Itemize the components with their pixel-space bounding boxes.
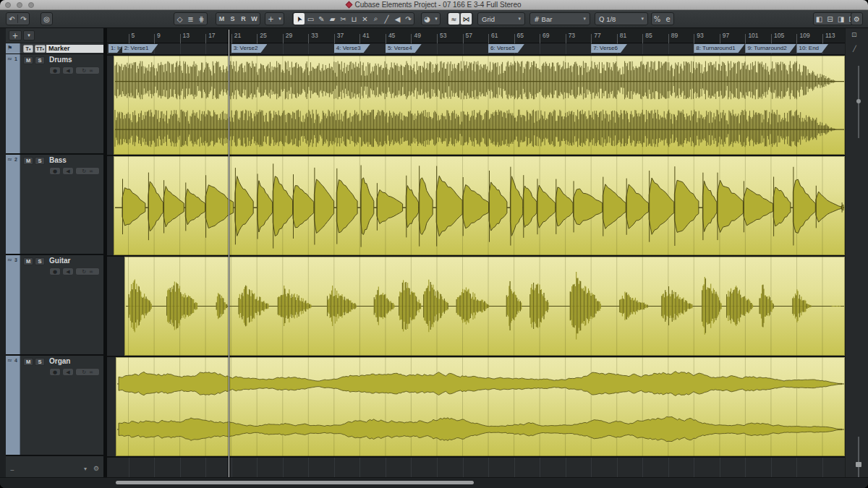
- iterative-quantize-icon[interactable]: e: [663, 13, 673, 25]
- marker-flag[interactable]: 2: Verse1: [122, 44, 158, 53]
- channel-buttons[interactable]: ↻∞: [75, 267, 100, 275]
- minimize-window-button[interactable]: [17, 2, 22, 8]
- marker-flag[interactable]: 1: Intro: [109, 44, 124, 53]
- draw-tool[interactable]: ✎: [316, 13, 327, 25]
- select-tool[interactable]: ➤: [294, 13, 305, 25]
- split-tool[interactable]: ✂: [338, 13, 349, 25]
- erase-tool[interactable]: ▰: [327, 13, 338, 25]
- track-row-guitar[interactable]: ≈ 3 M S Guitar ● ◀ ↻∞: [6, 255, 103, 356]
- channel-buttons[interactable]: ↻∞: [75, 67, 100, 74]
- mute-button[interactable]: M: [23, 157, 33, 165]
- mute-button[interactable]: M: [23, 257, 33, 265]
- close-window-button[interactable]: [5, 2, 11, 8]
- draw-marker-icon[interactable]: ╱: [853, 46, 856, 52]
- track-name[interactable]: Drums: [49, 56, 72, 64]
- mute-tool[interactable]: ✕: [359, 13, 370, 25]
- track-row-bass[interactable]: ≈ 2 M S Bass ● ◀ ↻∞: [6, 155, 103, 255]
- track-row-drums[interactable]: ≈ 1 M S Drums ● ◀ ↻∞: [6, 54, 103, 155]
- mute-button[interactable]: M: [23, 358, 33, 366]
- add-track-button[interactable]: +: [9, 30, 22, 40]
- color-tool-dropdown[interactable]: ▾: [433, 13, 440, 25]
- write-automation-button[interactable]: W: [249, 13, 260, 25]
- timeline-ruler[interactable]: 5913172125293337414549535761656973778185…: [107, 28, 845, 43]
- track-row-organ[interactable]: ≈ 4 M S Organ ● ◀ ↻∞: [6, 356, 103, 456]
- marker-flag[interactable]: 7: Verse6: [591, 44, 627, 53]
- monitor-button[interactable]: ◀: [62, 167, 74, 175]
- monitor-button[interactable]: ◀: [62, 267, 74, 275]
- audio-event-organ[interactable]: [116, 357, 845, 456]
- monitor-button[interactable]: ◀: [62, 67, 74, 74]
- zoom-tool[interactable]: ⌕: [370, 13, 381, 25]
- track-type-strip[interactable]: ≈ 4: [6, 356, 20, 455]
- record-enable-button[interactable]: ●: [49, 167, 61, 175]
- zoom-window-button[interactable]: [28, 2, 34, 8]
- glue-tool[interactable]: ⊔: [349, 13, 359, 25]
- scrub-tool[interactable]: ↷: [403, 13, 414, 25]
- track-name[interactable]: Organ: [49, 357, 70, 365]
- grid-type-dropdown[interactable]: # Bar▾: [530, 13, 590, 25]
- marker-flag[interactable]: 8: Turnaround1: [694, 44, 744, 53]
- marker-flag[interactable]: 4: Verse3: [334, 44, 370, 53]
- add-marker-button[interactable]: T▾: [23, 45, 33, 53]
- solo-button[interactable]: S: [35, 257, 45, 265]
- autoscroll-icon[interactable]: +: [265, 13, 276, 25]
- lane-guitar[interactable]: [107, 257, 845, 357]
- event-display[interactable]: 5913172125293337414549535761656973778185…: [107, 28, 845, 477]
- right-zone-toggle-icon[interactable]: ◨: [835, 13, 846, 25]
- record-enable-button[interactable]: ●: [49, 267, 61, 275]
- vertical-scrollbar-thumb[interactable]: [856, 99, 861, 103]
- snap-mode-dropdown[interactable]: Grid▾: [478, 13, 524, 25]
- left-zone-toggle-icon[interactable]: ◧: [814, 13, 825, 25]
- channel-buttons[interactable]: ↻∞: [75, 368, 100, 376]
- record-enable-button[interactable]: ●: [49, 67, 61, 74]
- swing-icon[interactable]: %: [652, 13, 663, 25]
- mute-button[interactable]: M: [23, 56, 33, 64]
- solo-button[interactable]: S: [35, 358, 45, 366]
- audio-event-bass[interactable]: [114, 156, 845, 255]
- solo-all-button[interactable]: S: [227, 13, 238, 25]
- lane-bass[interactable]: [107, 156, 845, 257]
- solo-button[interactable]: S: [35, 56, 45, 64]
- project-cursor[interactable]: [229, 30, 229, 477]
- audio-event-guitar[interactable]: [124, 257, 845, 356]
- horizontal-scrollbar-thumb[interactable]: [116, 481, 474, 484]
- track-presets-dropdown[interactable]: ▾: [23, 30, 35, 40]
- add-cycle-marker-button[interactable]: TT▾: [35, 45, 46, 53]
- lane-drums[interactable]: [107, 56, 845, 156]
- track-list-dropdown[interactable]: ▾: [84, 466, 87, 472]
- vertical-zoom-handle[interactable]: [856, 462, 861, 467]
- track-name[interactable]: Bass: [49, 156, 67, 164]
- marker-track-name[interactable]: Marker: [46, 45, 109, 53]
- marker-flag[interactable]: 9: Turnaround2: [745, 44, 796, 53]
- track-type-strip[interactable]: ≈ 1: [6, 54, 20, 153]
- track-type-strip[interactable]: ≈ 3: [6, 255, 20, 354]
- snap-icon[interactable]: ⋈: [461, 13, 472, 25]
- lane-organ[interactable]: [107, 357, 845, 458]
- marker-lane[interactable]: 1: Intro2: Verse13: Verse24: Verse35: Ve…: [107, 43, 845, 56]
- activate-project-icon[interactable]: ◇: [174, 13, 185, 25]
- toolbar-settings-gear-icon[interactable]: ⚙: [851, 13, 862, 25]
- marker-flag[interactable]: 10: End: [796, 44, 828, 53]
- marker-flag[interactable]: 6: Verse5: [488, 44, 524, 53]
- mute-all-button[interactable]: M: [216, 13, 227, 25]
- track-type-strip[interactable]: ≈ 2: [6, 155, 20, 254]
- hub-icon[interactable]: ◎: [41, 13, 52, 25]
- quantize-dropdown[interactable]: Q 1/8▾: [595, 13, 647, 25]
- monitor-button[interactable]: ◀: [62, 368, 74, 376]
- undo-icon[interactable]: ↶: [7, 13, 17, 25]
- marker-track-row[interactable]: ⚑ T▾ TT▾ Marker: [6, 43, 103, 54]
- color-tool[interactable]: ◕: [422, 13, 433, 25]
- read-automation-button[interactable]: R: [238, 13, 249, 25]
- range-tool[interactable]: ▭: [305, 13, 316, 25]
- marker-flag[interactable]: 5: Verse4: [386, 44, 422, 53]
- record-enable-button[interactable]: ●: [49, 368, 61, 376]
- mixer-icon[interactable]: ⋕: [196, 13, 207, 25]
- track-scale-icon[interactable]: ‒: [10, 466, 14, 474]
- channel-buttons[interactable]: ↻∞: [75, 167, 100, 175]
- track-setup-icon[interactable]: ≣: [185, 13, 196, 25]
- line-tool[interactable]: ╱: [381, 13, 392, 25]
- audio-event-drums[interactable]: [114, 56, 845, 155]
- play-tool[interactable]: ◀: [392, 13, 403, 25]
- autoscroll-dropdown[interactable]: ▾: [276, 13, 284, 25]
- redo-icon[interactable]: ↷: [18, 13, 29, 25]
